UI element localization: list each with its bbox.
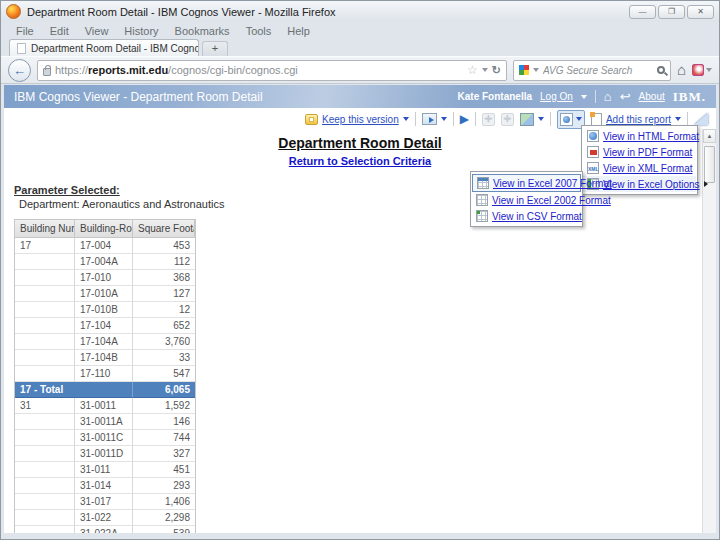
- toolbar-separator: [415, 112, 416, 126]
- menu-tools[interactable]: Tools: [239, 25, 279, 37]
- toolbar-separator: [687, 112, 688, 126]
- avg-search-icon: [519, 65, 529, 75]
- bookmark-star-icon[interactable]: [467, 63, 478, 77]
- url-bar[interactable]: https://reports.mit.edu/cognos/cgi-bin/c…: [37, 60, 507, 81]
- cell-building-room: 31-0011: [75, 398, 133, 414]
- cell-square-footage: 2,298: [133, 510, 195, 526]
- cell-building-room: 31-0011A: [75, 414, 133, 430]
- search-placeholder-text: AVG Secure Search: [543, 65, 653, 76]
- menu-item-excel-2002[interactable]: View in Excel 2002 Format: [472, 192, 581, 208]
- play-icon[interactable]: [460, 113, 469, 125]
- table-row: 31-0011C 744: [15, 430, 195, 446]
- log-on-caret-icon[interactable]: [581, 95, 587, 99]
- report-table: Building Number Building-Room Square Foo…: [14, 219, 196, 533]
- menu-file[interactable]: File: [9, 25, 41, 37]
- cognos-header: IBM Cognos Viewer - Department Room Deta…: [4, 85, 716, 108]
- related-links-icon: [520, 113, 534, 126]
- minimize-button[interactable]: —: [629, 5, 656, 19]
- report-table-rows: 17 17-004 453 17-004A 112 17-010 368 17-…: [15, 238, 195, 533]
- cell-square-footage: 1,406: [133, 494, 195, 510]
- cell-square-footage: 744: [133, 430, 195, 446]
- cell-building-number: [15, 526, 75, 533]
- header-separator: [595, 90, 596, 103]
- cell-square-footage: 33: [133, 350, 195, 366]
- drill-up-icon-disabled: [482, 113, 495, 126]
- header-building-number: Building Number: [15, 220, 75, 238]
- cell-building-room: 31-011: [75, 462, 133, 478]
- new-tab-button[interactable]: +: [202, 41, 228, 56]
- menu-history[interactable]: History: [117, 25, 165, 37]
- cell-square-footage: 453: [133, 238, 195, 254]
- active-tab[interactable]: Department Room Detail - IBM Cognos ...: [9, 39, 199, 56]
- keep-this-version-label: Keep this version: [322, 114, 399, 125]
- menu-item-view-html[interactable]: View in HTML Format: [583, 128, 696, 144]
- related-links-button[interactable]: [520, 113, 544, 126]
- cell-building-room: 31-022A: [75, 526, 133, 533]
- url-text: https://reports.mit.edu/cognos/cgi-bin/c…: [55, 64, 463, 76]
- excel-2002-icon: [476, 194, 488, 206]
- table-row: 17 17-004 453: [15, 238, 195, 254]
- excel-2007-icon: [477, 177, 489, 189]
- menu-item-csv[interactable]: View in CSV Format: [472, 208, 581, 224]
- back-button[interactable]: [8, 59, 31, 82]
- menu-item-excel-2007[interactable]: View in Excel 2007 Format: [472, 174, 581, 192]
- toolbar-separator: [550, 112, 551, 126]
- extension-caret-icon: [706, 68, 712, 72]
- table-row: 17-104A 3,760: [15, 334, 195, 350]
- cell-building-room: 17-004: [75, 238, 133, 254]
- menu-bookmarks[interactable]: Bookmarks: [168, 25, 237, 37]
- extension-button[interactable]: [692, 64, 712, 76]
- related-links-caret-icon: [538, 117, 544, 121]
- add-report-caret-icon: [675, 117, 681, 121]
- run-report-button[interactable]: [422, 113, 447, 125]
- magnifier-icon[interactable]: [657, 66, 665, 74]
- log-on-link[interactable]: Log On: [540, 91, 573, 102]
- menu-item-view-xml[interactable]: View in XML Format: [583, 160, 696, 176]
- table-row: 31-011 451: [15, 462, 195, 478]
- cell-building-room: 31-0011C: [75, 430, 133, 446]
- search-bar[interactable]: AVG Secure Search: [513, 60, 671, 81]
- close-button[interactable]: ✕: [687, 5, 714, 19]
- cell-building-number: [15, 430, 75, 446]
- cell-square-footage: 368: [133, 270, 195, 286]
- cell-building-room: 31-014: [75, 478, 133, 494]
- page-scrollbar[interactable]: [702, 129, 716, 533]
- table-row: 31-0011A 146: [15, 414, 195, 430]
- menu-item-view-pdf[interactable]: View in PDF Format: [583, 144, 696, 160]
- toolbar-separator: [453, 112, 454, 126]
- header-square-footage: Square Footage: [133, 220, 195, 238]
- scrollbar-up-icon[interactable]: [703, 129, 716, 143]
- cell-square-footage: 547: [133, 366, 195, 382]
- menu-help[interactable]: Help: [280, 25, 317, 37]
- table-row: 17-110 547: [15, 366, 195, 382]
- cell-square-footage: 652: [133, 318, 195, 334]
- cognos-home-icon[interactable]: [604, 89, 612, 104]
- table-row: 31-014 293: [15, 478, 195, 494]
- add-this-report-button[interactable]: Add this report: [591, 113, 681, 126]
- run-report-caret-icon: [441, 117, 447, 121]
- cell-building-number: [15, 318, 75, 334]
- cognos-return-icon[interactable]: [620, 89, 631, 104]
- pdf-format-icon: [587, 146, 599, 158]
- slope-icon[interactable]: [694, 113, 708, 125]
- cell-building-number: [15, 350, 75, 366]
- menu-view[interactable]: View: [78, 25, 116, 37]
- page-viewport: IBM Cognos Viewer - Department Room Deta…: [4, 85, 716, 533]
- about-link[interactable]: About: [639, 91, 665, 102]
- search-engine-caret-icon[interactable]: [533, 68, 539, 72]
- tab-bar: Department Room Detail - IBM Cognos ... …: [1, 39, 719, 56]
- view-format-caret-icon: [576, 117, 582, 121]
- scrollbar-thumb[interactable]: [704, 146, 715, 183]
- keep-this-version-button[interactable]: Keep this version: [305, 114, 409, 125]
- menu-edit[interactable]: Edit: [43, 25, 76, 37]
- cell-building-room: 17-110: [75, 366, 133, 382]
- parameter-value: Department: Aeronautics and Astronautics: [19, 198, 716, 210]
- reload-icon[interactable]: [492, 64, 501, 77]
- maximize-button[interactable]: ❐: [658, 5, 685, 19]
- url-dropdown-caret-icon[interactable]: [482, 68, 488, 72]
- home-icon[interactable]: [677, 60, 686, 80]
- cell-square-footage: 3,760: [133, 334, 195, 350]
- cell-building-number: [15, 510, 75, 526]
- run-report-icon: [422, 113, 437, 125]
- view-format-icon: [560, 113, 573, 126]
